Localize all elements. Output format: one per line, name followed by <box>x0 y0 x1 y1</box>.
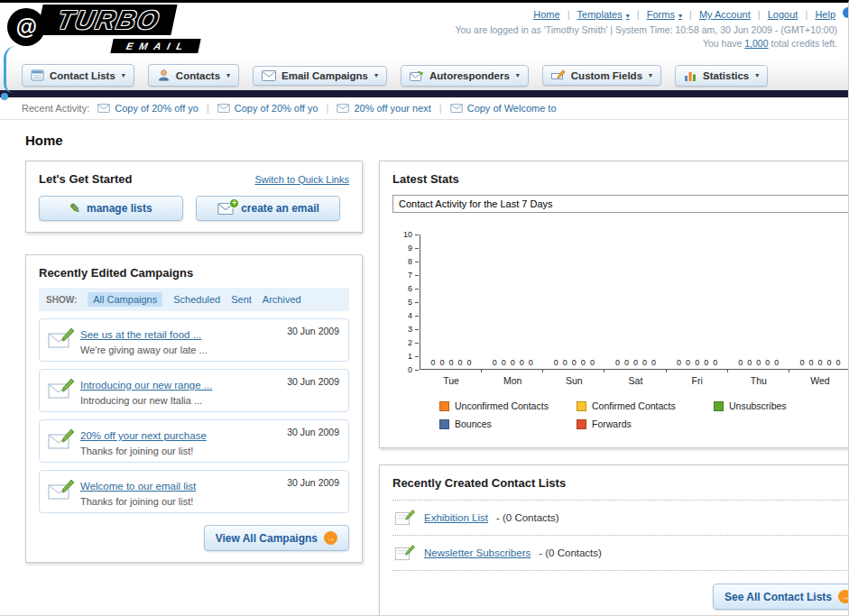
legend-swatch <box>577 401 586 411</box>
legend-item: Unsubscribes <box>714 400 849 411</box>
y-axis-label: 0 <box>408 365 412 374</box>
filter-all-campaigns[interactable]: All Campaigns <box>88 292 162 307</box>
bar-value-label: 0 <box>835 358 840 367</box>
credits-amount-link[interactable]: 1,000 <box>744 38 768 49</box>
recent-activity-link[interactable]: Copy of 20% off yo <box>235 103 318 114</box>
recent-activity-link[interactable]: Copy of Welcome to <box>467 103 557 114</box>
legend-row: BouncesForwards <box>439 418 849 429</box>
tab-autoresponders[interactable]: Autoresponders ▾ <box>401 65 529 87</box>
campaigns-title: Recently Edited Campaigns <box>39 266 349 280</box>
switch-to-quick-links[interactable]: Switch to Quick Links <box>254 174 349 185</box>
nav-divider-bar <box>0 90 848 97</box>
campaign-title-link[interactable]: Introducing our new range ... <box>80 380 212 391</box>
chart-plot: 00000000000000000000000000000000000 <box>420 234 849 370</box>
chart-tick-row <box>420 370 849 372</box>
link-logout[interactable]: Logout <box>768 9 798 20</box>
bar-value-label: 0 <box>458 358 463 367</box>
app-window: { "header": { "logo": { "word1": "TURBO"… <box>0 0 849 616</box>
manage-lists-button[interactable]: ✎ manage lists <box>39 196 183 221</box>
page-title: Home <box>25 133 821 148</box>
tab-contacts[interactable]: Contacts ▾ <box>148 64 239 87</box>
campaign-edit-icon <box>48 325 80 355</box>
campaign-title-link[interactable]: 20% off your next purchase <box>80 430 207 441</box>
tab-label: Custom Fields <box>571 70 642 81</box>
campaign-date: 30 Jun 2009 <box>287 427 339 437</box>
contact-list-row[interactable]: Exhibition List - (0 Contacts) <box>392 501 849 536</box>
y-axis-label: 6 <box>408 284 412 293</box>
campaign-row[interactable]: See us at the retail food ... We're givi… <box>39 318 349 362</box>
see-all-contact-lists-label: See All Contact Lists <box>724 591 832 603</box>
bar-value-label: 0 <box>765 358 770 367</box>
x-axis-label: Sun <box>543 375 604 386</box>
campaign-edit-icon <box>48 426 80 456</box>
logo-word-email: EMAIL <box>110 39 201 53</box>
x-axis-tick <box>667 370 728 372</box>
y-axis-label: 2 <box>408 338 412 347</box>
x-axis-tick <box>604 370 666 372</box>
arrow-right-icon: → <box>838 590 849 603</box>
stats-activity-select[interactable]: Contact Activity for the Last 7 Days <box>392 195 849 213</box>
contact-list-count: - (0 Contacts) <box>496 512 559 523</box>
header-right: Home | Templates▾ | Forms▾ | My Account … <box>455 9 837 49</box>
chart-bar-group: 00000 <box>543 358 604 369</box>
campaign-edit-icon <box>48 476 80 507</box>
tab-statistics[interactable]: Statistics ▾ <box>675 65 768 87</box>
decor-blue-swoosh-dot <box>1 93 8 100</box>
recent-activity-link[interactable]: Copy of 20% off yo <box>115 103 198 114</box>
campaign-row[interactable]: Welcome to our email list Thanks for joi… <box>39 470 349 513</box>
contact-list-link[interactable]: Exhibition List <box>424 512 488 523</box>
bar-value-label: 0 <box>651 358 656 367</box>
tab-custom-fields[interactable]: Custom Fields ▾ <box>542 65 661 86</box>
create-email-button[interactable]: + create an email <box>196 196 340 221</box>
decor-blue-swoosh <box>4 46 20 93</box>
bar-value-label: 0 <box>590 358 595 367</box>
list-edit-icon <box>394 544 416 562</box>
contact-list-link[interactable]: Newsletter Subscribers <box>424 547 531 558</box>
tab-email-campaigns[interactable]: Email Campaigns ▾ <box>253 66 387 86</box>
y-axis-label: 3 <box>408 325 412 334</box>
link-home[interactable]: Home <box>533 9 559 20</box>
bar-value-label: 0 <box>686 358 690 367</box>
campaign-title-link[interactable]: Welcome to our email list <box>80 481 196 492</box>
templates-caret-icon[interactable]: ▾ <box>626 12 630 20</box>
chart-bar-group: 00000 <box>667 358 728 369</box>
see-all-contact-lists-button[interactable]: See All Contact Lists → <box>713 584 849 610</box>
x-axis-tick <box>482 370 543 372</box>
x-axis-label: Tue <box>420 375 482 386</box>
view-all-campaigns-button[interactable]: View All Campaigns → <box>204 525 349 551</box>
link-help[interactable]: Help <box>815 9 835 20</box>
legend-label: Confirmed Contacts <box>592 400 676 411</box>
filter-scheduled[interactable]: Scheduled <box>173 294 220 305</box>
main-nav: Contact Lists ▾ Contacts ▾ Email Campaig… <box>0 60 848 90</box>
envelope-icon <box>450 104 463 113</box>
filter-sent[interactable]: Sent <box>231 294 252 305</box>
chevron-down-icon: ▾ <box>374 71 378 79</box>
link-my-account[interactable]: My Account <box>699 9 751 20</box>
left-column: Let's Get Started Switch to Quick Links … <box>25 161 363 584</box>
campaign-subtitle: Thanks for joining our list! <box>80 446 277 456</box>
tab-contact-lists[interactable]: Contact Lists ▾ <box>22 64 134 87</box>
recent-activity-link[interactable]: 20% off your next <box>354 103 430 114</box>
chart-bar-group: 00000 <box>420 358 482 369</box>
recent-activity-label: Recent Activity: <box>22 103 89 114</box>
bar-value-label: 0 <box>799 358 804 367</box>
filter-archived[interactable]: Archived <box>263 294 301 305</box>
bar-value-label: 0 <box>615 358 620 367</box>
bar-value-label: 0 <box>431 358 436 367</box>
bar-value-label: 0 <box>633 358 638 367</box>
campaign-subtitle: Thanks for joining our list! <box>80 496 277 507</box>
forms-caret-icon[interactable]: ▾ <box>678 12 682 20</box>
campaign-row[interactable]: 20% off your next purchase Thanks for jo… <box>39 419 349 463</box>
campaign-row[interactable]: Introducing our new range ... Introducin… <box>39 369 349 412</box>
link-templates[interactable]: Templates <box>577 9 623 20</box>
bar-value-label: 0 <box>677 358 681 367</box>
main-content: Home Let's Get Started Switch to Quick L… <box>0 120 848 616</box>
header: @ TURBO EMAIL Home | Templates▾ | Forms▾… <box>0 3 848 60</box>
contact-list-row[interactable]: Newsletter Subscribers - (0 Contacts) <box>392 536 849 571</box>
chevron-down-icon: ▾ <box>226 71 230 79</box>
link-separator: | <box>568 9 570 20</box>
campaign-title-link[interactable]: See us at the retail food ... <box>80 329 201 340</box>
recent-activity-bar: Recent Activity: Copy of 20% off yo | Co… <box>0 97 848 120</box>
legend-label: Forwards <box>592 418 632 429</box>
link-forms[interactable]: Forms <box>647 9 675 20</box>
